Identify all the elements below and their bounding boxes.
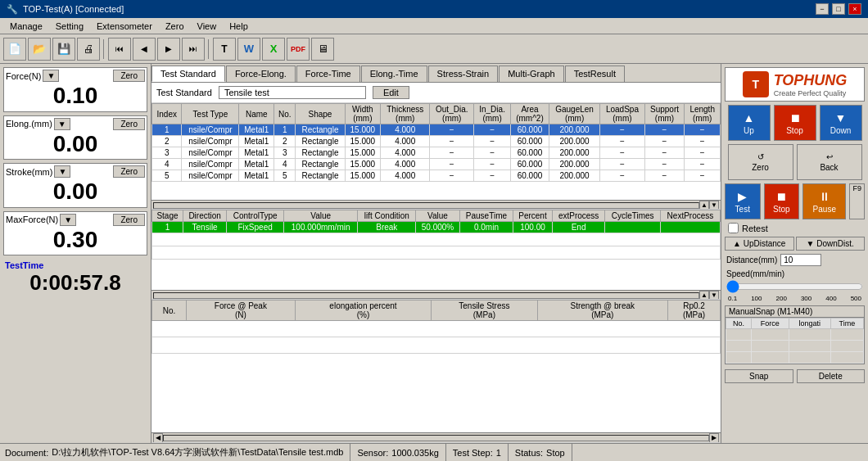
vscroll-up[interactable]: ▲: [699, 201, 709, 210]
elong-value: 0.00: [6, 130, 145, 158]
down-dist-button[interactable]: ▼ DownDist.: [796, 237, 866, 251]
retest-checkbox[interactable]: [728, 223, 739, 233]
zero-ctrl-button[interactable]: ↺ Zero: [728, 144, 793, 180]
toolbar-open[interactable]: 📂: [28, 38, 51, 61]
maxforce-zero-button[interactable]: Zero: [113, 214, 145, 226]
back-button[interactable]: ↩ Back: [797, 144, 862, 180]
menu-zero[interactable]: Zero: [159, 20, 191, 32]
proc-col-pct: Percent: [513, 210, 553, 222]
toolbar-save[interactable]: 💾: [52, 38, 75, 61]
force-dropdown[interactable]: ▼: [43, 70, 59, 82]
specimen-row[interactable]: 1nsile/ComprMetal11Rectangle15.0004.000−…: [152, 124, 721, 136]
speed-slider[interactable]: [726, 280, 863, 293]
logo-text: TOPHUNG Create Perfect Quality: [774, 72, 848, 97]
res-col-elong-pct: elongation percent(%): [295, 301, 432, 321]
proc-col-next: NextProcess: [660, 210, 720, 222]
distance-input[interactable]: [780, 254, 821, 266]
menu-help[interactable]: Help: [223, 20, 255, 32]
vscroll-down[interactable]: ▼: [709, 201, 719, 210]
toolbar-excel[interactable]: X: [262, 38, 285, 61]
tab-test-standard[interactable]: Test Standard: [151, 66, 225, 82]
specimen-row[interactable]: 2nsile/ComprMetal12Rectangle15.0004.000−…: [152, 136, 721, 147]
close-button[interactable]: ×: [848, 3, 861, 15]
tab-testresult[interactable]: TestResult: [565, 66, 625, 82]
manual-snap-header: ManualSnap (M1-M40): [726, 306, 864, 318]
proc-col-ext: extProcess: [552, 210, 605, 222]
down-icon: ▼: [835, 111, 847, 124]
specimen-row[interactable]: 5nsile/ComprMetal15Rectangle15.0004.000−…: [152, 170, 721, 182]
toolbar-template[interactable]: T: [213, 38, 236, 61]
test-stop-pause-row: ▶ Test ⏹ Stop ⏸ Pause F9: [725, 183, 865, 219]
menu-setting[interactable]: Setting: [49, 20, 90, 32]
toolbar-prev-prev[interactable]: ⏮: [108, 38, 131, 61]
col-shape: Shape: [296, 104, 345, 124]
up-button[interactable]: ▲ Up: [728, 105, 771, 141]
test-std-input[interactable]: [219, 86, 366, 99]
maxforce-dropdown[interactable]: ▼: [60, 214, 76, 226]
stop2-button[interactable]: ⏹ Stop: [764, 183, 800, 219]
menu-extensometer[interactable]: Extensometer: [90, 20, 159, 32]
down-button[interactable]: ▼ Down: [820, 105, 862, 141]
toolbar-new[interactable]: 📄: [3, 38, 26, 61]
proc-vscroll-down[interactable]: ▼: [709, 291, 719, 301]
edit-button[interactable]: Edit: [373, 86, 409, 99]
delete-button[interactable]: Delete: [797, 369, 866, 383]
tab-elong-time[interactable]: Elong.-Time: [361, 66, 427, 82]
toolbar-print[interactable]: 🖨: [77, 38, 100, 61]
motion-control-row: ▲ Up ⏹ Stop ▼ Down: [725, 105, 865, 141]
retest-label: Retest: [742, 224, 768, 233]
col-length: Length(mm): [685, 104, 721, 124]
toolbar-next[interactable]: ▶: [157, 38, 180, 61]
results-table-section: No. Force @ Peak(N) elongation percent(%…: [151, 300, 721, 443]
specimen-row[interactable]: 3nsile/ComprMetal13Rectangle15.0004.000−…: [152, 147, 721, 159]
status-value: Stop: [546, 448, 565, 458]
elong-dropdown[interactable]: ▼: [54, 118, 70, 130]
menu-manage[interactable]: Manage: [3, 20, 49, 32]
specimen-row[interactable]: 4nsile/ComprMetal14Rectangle15.0004.000−…: [152, 159, 721, 170]
tab-bar: Test Standard Force-Elong. Force-Time El…: [151, 64, 721, 83]
distance-label: Distance(mm): [726, 255, 777, 264]
elong-zero-button[interactable]: Zero: [113, 118, 145, 130]
col-name: Name: [239, 104, 274, 124]
hscroll-left[interactable]: ◀: [153, 433, 163, 443]
up-distance-button[interactable]: ▲ UpDistance: [725, 237, 794, 251]
tab-multi-graph[interactable]: Multi-Graph: [499, 66, 563, 82]
results-row-empty2: [152, 337, 721, 354]
tab-force-elong[interactable]: Force-Elong.: [226, 66, 296, 82]
process-table-section: Stage Direction ControlType Value lift C…: [151, 210, 721, 300]
tab-stress-strain[interactable]: Stress-Strain: [428, 66, 499, 82]
pause-icon: ⏸: [819, 190, 830, 203]
hscroll-right[interactable]: ▶: [709, 433, 719, 443]
down-dist-label: DownDist.: [816, 239, 854, 248]
stroke-dropdown[interactable]: ▼: [54, 165, 70, 178]
minimize-button[interactable]: −: [816, 3, 829, 15]
process-table: Stage Direction ControlType Value lift C…: [151, 210, 721, 260]
test-standard-row: Test Standard Edit: [151, 83, 721, 103]
stroke-block: Stroke(mm) ▼ Zero 0.00: [3, 163, 147, 208]
toolbar-monitor[interactable]: 🖥: [311, 38, 334, 61]
speed-section: Speed(mm/min) 0.1 100 200 300 400 500: [725, 269, 865, 302]
res-col-force-peak: Force @ Peak(N): [187, 301, 296, 321]
up-label: Up: [744, 126, 754, 135]
toolbar-pdf[interactable]: PDF: [287, 38, 310, 61]
proc-vscroll-up[interactable]: ▲: [699, 291, 709, 301]
process-row[interactable]: 1 Tensile FixSpeed 100.000mm/min Break 5…: [152, 222, 721, 233]
force-label: Force(N): [6, 71, 41, 81]
stroke-zero-button[interactable]: Zero: [113, 165, 145, 178]
snap-button[interactable]: Snap: [725, 369, 793, 383]
up-down-dist-row: ▲ UpDistance ▼ DownDist.: [725, 237, 865, 251]
menu-view[interactable]: View: [191, 20, 224, 32]
status-label: Status:: [515, 448, 543, 458]
stop-button[interactable]: ⏹ Stop: [774, 105, 816, 141]
pause-button[interactable]: ⏸ Pause: [802, 183, 846, 219]
snap-col-time: Time: [830, 319, 863, 329]
force-zero-button[interactable]: Zero: [113, 70, 145, 82]
maximize-button[interactable]: □: [832, 3, 845, 15]
toolbar-word[interactable]: W: [237, 38, 260, 61]
toolbar-prev[interactable]: ◀: [133, 38, 156, 61]
toolbar-next-next[interactable]: ⏭: [182, 38, 205, 61]
col-load-spa: LoadSpa(mm): [600, 104, 644, 124]
tab-force-time[interactable]: Force-Time: [296, 66, 360, 82]
test-button[interactable]: ▶ Test: [725, 183, 761, 219]
res-col-tensile-stress: Tensile Stress(MPa): [432, 301, 537, 321]
